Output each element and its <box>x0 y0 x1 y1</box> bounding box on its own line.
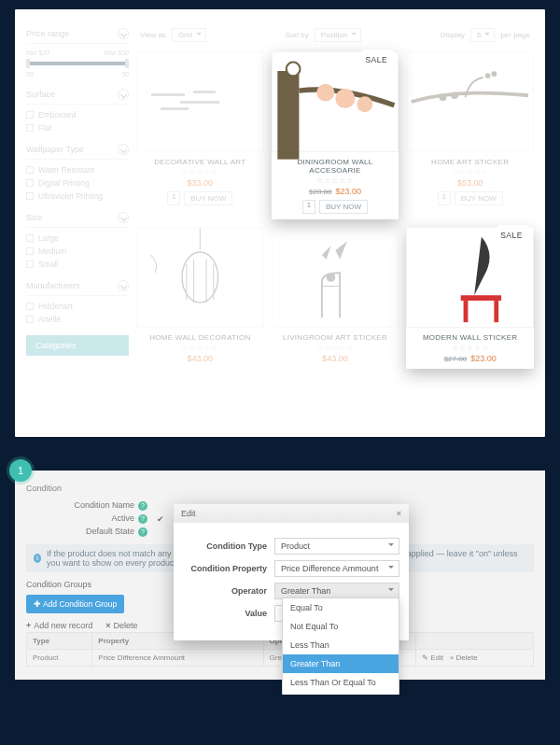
filter-manuf-title: Manufacturers <box>26 281 80 290</box>
dropdown-option-selected[interactable]: Greater Than <box>283 654 399 673</box>
buy-button[interactable]: BUY NOW <box>184 191 232 205</box>
checkbox-icon[interactable] <box>26 260 34 268</box>
product-price: $53.00 <box>406 178 534 188</box>
checkbox-icon[interactable] <box>26 124 34 132</box>
condition-property-select[interactable]: Price Difference Ammount <box>274 560 399 577</box>
filter-price: Price range Min $20 Max $50 20 50 <box>26 28 129 77</box>
checkbox-icon[interactable] <box>26 111 34 119</box>
checkbox-icon[interactable] <box>26 302 34 310</box>
sortby-select[interactable]: Position <box>315 28 361 42</box>
close-icon: × <box>105 621 110 630</box>
delete-button[interactable]: × Delete <box>450 654 478 662</box>
add-condition-group-button[interactable]: ✚ Add Condition Group <box>26 595 124 613</box>
checkbox-icon[interactable] <box>26 179 34 187</box>
checkbox-icon[interactable] <box>26 316 34 323</box>
active-label: Active? <box>26 513 157 524</box>
table-row[interactable]: Product Price Difference Ammount Greater… <box>27 650 534 667</box>
product-main: View as Grid Sort by Position Display 6 … <box>136 28 534 415</box>
product-card[interactable]: HOME WALL DECORATION ☆☆☆☆☆ $43.00 <box>136 227 264 369</box>
display-select[interactable]: 6 <box>470 28 495 42</box>
delete-button[interactable]: × Delete <box>105 621 137 630</box>
svg-point-9 <box>451 91 458 99</box>
categories-button[interactable]: Categories <box>26 335 129 356</box>
help-icon[interactable]: ? <box>138 514 147 524</box>
add-record-button[interactable]: + Add new record <box>26 621 92 630</box>
product-title: HOME ART STICKER <box>406 158 534 166</box>
filter-option[interactable]: Artelle <box>26 315 129 324</box>
dropdown-option[interactable]: Greater Than Or Equal To <box>283 692 399 695</box>
filter-option[interactable]: Water Resistant <box>26 165 129 175</box>
svg-point-8 <box>440 93 447 101</box>
viewas-select[interactable]: Grid <box>172 28 206 42</box>
help-icon[interactable]: ? <box>138 501 147 511</box>
chevron-down-icon[interactable] <box>118 28 129 39</box>
admin-heading: Condition <box>26 484 534 493</box>
product-card[interactable]: DECORATIVE WALL ART ☆☆☆☆☆ $33.00 1 BUY N… <box>136 51 264 219</box>
plus-icon: + <box>26 621 31 630</box>
qty-input[interactable]: 1 <box>438 191 451 205</box>
chevron-down-icon[interactable] <box>118 280 129 291</box>
checkbox-icon[interactable] <box>26 247 34 255</box>
edit-button[interactable]: ✎ Edit <box>422 654 443 662</box>
filter-size-title: Size <box>26 213 43 222</box>
close-icon[interactable]: × <box>397 509 401 518</box>
sale-label: SALE <box>495 231 528 240</box>
chevron-down-icon[interactable] <box>118 212 129 223</box>
filter-option[interactable]: Flat <box>26 123 129 133</box>
step-badge: 1 <box>9 459 32 482</box>
condition-type-label: Condition Type <box>183 541 274 551</box>
rating-stars: ☆☆☆☆☆ <box>272 344 399 352</box>
qty-input[interactable]: 1 <box>167 191 180 205</box>
rating-stars: ☆☆☆☆☆ <box>136 168 264 176</box>
sale-label: SALE <box>359 55 393 64</box>
default-state-label: Default State? <box>26 527 157 537</box>
dropdown-option[interactable]: Less Than <box>283 636 399 654</box>
checkbox-icon[interactable] <box>26 192 34 200</box>
price-min-label: Min $20 <box>26 49 49 56</box>
filter-option[interactable]: Ultraviolet Printing <box>26 191 129 201</box>
display-label: Display <box>441 31 465 39</box>
buy-button[interactable]: BUY NOW <box>455 191 503 205</box>
dropdown-option[interactable]: Not Equal To <box>283 617 399 636</box>
chevron-down-icon[interactable] <box>118 89 129 100</box>
value-label: Value <box>183 609 274 618</box>
filter-sidebar: Price range Min $20 Max $50 20 50 Surfac… <box>26 28 136 415</box>
product-price: $43.00 <box>272 354 399 363</box>
dialog-header: Edit × <box>174 504 409 523</box>
rating-stars: ☆☆☆☆☆ <box>136 344 264 352</box>
product-price: $33.00 <box>136 178 264 188</box>
chevron-down-icon[interactable] <box>118 144 129 155</box>
col-type: Type <box>27 633 92 650</box>
active-checkbox[interactable]: ✔ <box>157 514 164 524</box>
product-card[interactable]: SALE MODERN WALL STICKER ☆☆☆☆☆ $27.00$23… <box>406 227 534 369</box>
dropdown-option[interactable]: Less Than Or Equal To <box>283 673 399 692</box>
svg-point-11 <box>182 252 218 302</box>
col-actions <box>415 633 533 650</box>
product-card[interactable]: SALE DININGROOM WALL ACCESOARIE ☆☆☆☆☆ <box>272 51 399 219</box>
filter-option[interactable]: Digital Printing <box>26 178 129 188</box>
product-image <box>406 51 534 152</box>
product-card[interactable]: HOME ART STICKER ☆☆☆☆☆ $53.00 1 BUY NOW <box>406 51 534 219</box>
buy-button[interactable]: BUY NOW <box>319 200 368 214</box>
filter-surface: Surface Embossed Flat <box>26 89 129 133</box>
checkbox-icon[interactable] <box>26 234 34 242</box>
filter-option[interactable]: Medium <box>26 246 129 256</box>
filter-option[interactable]: Embossed <box>26 110 129 119</box>
product-card[interactable]: LIVINGROOM ART STICKER ☆☆☆☆☆ $43.00 <box>272 227 399 369</box>
storefront-panel: Price range Min $20 Max $50 20 50 Surfac… <box>15 9 545 437</box>
filter-option[interactable]: Large <box>26 233 129 243</box>
product-image <box>272 227 399 328</box>
help-icon[interactable]: ? <box>138 527 147 537</box>
operator-dropdown: Equal To Not Equal To Less Than Greater … <box>282 597 399 695</box>
rating-stars: ☆☆☆☆☆ <box>406 168 534 176</box>
condition-type-select[interactable]: Product <box>274 538 399 555</box>
dropdown-option[interactable]: Equal To <box>283 598 399 617</box>
filter-option[interactable]: Hiddenart <box>26 302 129 311</box>
svg-point-2 <box>316 84 334 102</box>
checkbox-icon[interactable] <box>26 166 34 174</box>
filter-wallpaper-title: Wallpaper Type <box>26 145 84 154</box>
plus-icon: ✚ <box>34 599 43 609</box>
price-slider[interactable] <box>26 62 129 65</box>
qty-input[interactable]: 1 <box>302 200 315 214</box>
filter-option[interactable]: Small <box>26 260 129 269</box>
